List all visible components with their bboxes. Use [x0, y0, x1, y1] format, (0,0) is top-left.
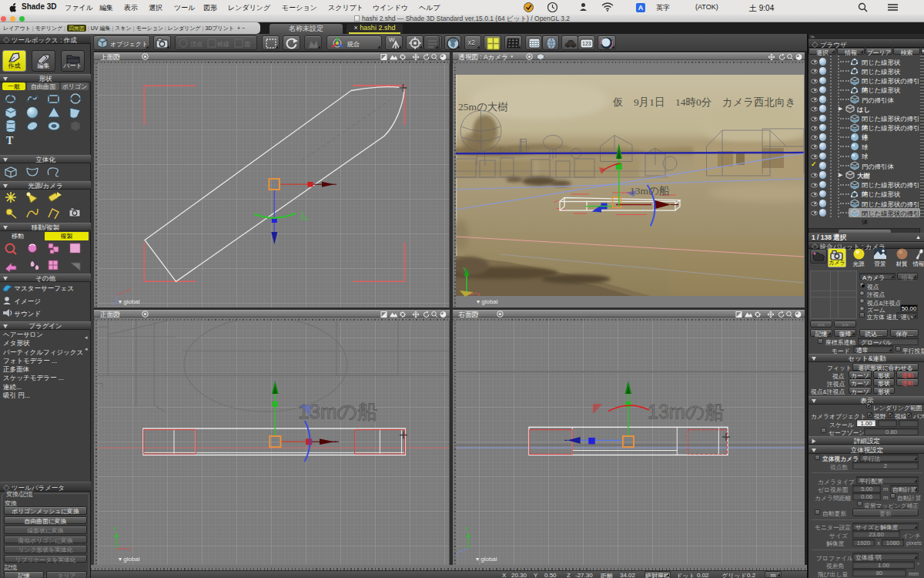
svg-text:13mの船: 13mの船	[630, 185, 670, 197]
svg-text:T: T	[6, 135, 14, 146]
svg-text:25mの大樹: 25mの大樹	[458, 101, 508, 113]
svg-text:13mの船: 13mの船	[648, 401, 724, 422]
svg-text:z: z	[112, 301, 115, 306]
svg-text:Y: Y	[465, 526, 469, 532]
svg-text:Y: Y	[113, 526, 117, 532]
svg-text:仮 9月1日 14時0分 カメラ西北向き: 仮 9月1日 14時0分 カメラ西北向き	[612, 96, 796, 108]
svg-text:Z: Z	[456, 552, 459, 557]
svg-text:Y: Y	[463, 267, 467, 272]
svg-text:123: 123	[582, 41, 591, 46]
